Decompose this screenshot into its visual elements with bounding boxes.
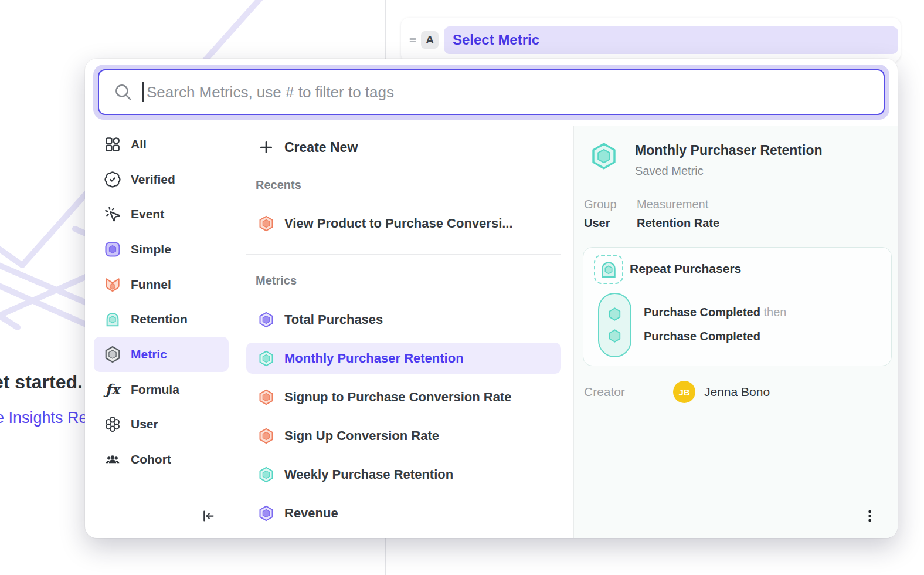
create-new-button[interactable]: Create New xyxy=(246,133,561,161)
group-value: User xyxy=(584,216,637,230)
search-ring xyxy=(93,65,889,120)
retention-steps-capsule xyxy=(598,293,631,357)
metrics-heading: Metrics xyxy=(246,273,561,288)
step-hexagon-icon xyxy=(607,328,623,344)
search-input[interactable] xyxy=(147,83,873,102)
metric-row-label: Total Purchases xyxy=(284,312,383,327)
definition-card: Repeat Purchasers Purchase Completed the… xyxy=(583,247,892,366)
grid-all-icon xyxy=(104,136,121,153)
collapse-sidebar-button[interactable] xyxy=(198,506,218,526)
measurement-label: Measurement xyxy=(637,197,719,211)
background-heading-fragment: et started. xyxy=(0,371,83,393)
metric-hexagon-icon xyxy=(258,428,274,444)
sidebar-item-label: Simple xyxy=(131,242,171,256)
sidebar-item-metric[interactable]: Metric xyxy=(94,337,229,372)
recent-item[interactable]: View Product to Purchase Conversi... xyxy=(246,209,561,238)
text-caret xyxy=(142,82,144,102)
metric-picker-modal: All Verified Event xyxy=(85,59,898,538)
retention-definition-icon xyxy=(594,255,623,284)
metric-row-monthly-purchaser-retention[interactable]: Monthly Purchaser Retention xyxy=(246,343,561,374)
recents-heading: Recents xyxy=(246,178,561,192)
step-hexagon-icon xyxy=(607,306,623,322)
sidebar-item-label: Event xyxy=(131,207,164,221)
sidebar-item-funnel[interactable]: Funnel xyxy=(94,267,229,302)
sidebar-item-label: All xyxy=(131,137,147,151)
recent-item-label: View Product to Purchase Conversi... xyxy=(284,216,513,231)
creator-row: Creator JB Jenna Bono xyxy=(584,381,898,403)
detail-header: Monthly Purchaser Retention Saved Metric xyxy=(574,126,898,178)
sidebar-item-event[interactable]: Event xyxy=(94,197,229,232)
metric-row-label: Signup to Purchase Conversion Rate xyxy=(284,390,512,405)
sidebar-item-label: Verified xyxy=(131,172,175,187)
type-filter-list: All Verified Event xyxy=(85,126,235,493)
metric-row-signup-to-purchase-conversion-rate[interactable]: Signup to Purchase Conversion Rate xyxy=(246,381,561,412)
step-2-event: Purchase Completed xyxy=(644,330,760,343)
definition-name: Repeat Purchasers xyxy=(630,262,741,276)
verified-badge-icon xyxy=(104,171,121,188)
retention-metric-icon xyxy=(104,310,121,328)
metric-hexagon-icon xyxy=(258,389,274,405)
sidebar-item-label: Funnel xyxy=(131,278,171,292)
formula-fx-icon: ƒx xyxy=(104,381,121,398)
event-cursor-icon xyxy=(104,205,121,223)
step-1-event: Purchase Completed xyxy=(644,306,760,319)
metric-row-sign-up-conversion-rate[interactable]: Sign Up Conversion Rate xyxy=(246,420,561,451)
sidebar-item-label: Metric xyxy=(131,347,167,361)
metric-hexagon-icon xyxy=(258,350,274,367)
detail-type-label: Saved Metric xyxy=(635,164,822,178)
create-new-label: Create New xyxy=(284,140,358,155)
sidebar-item-all[interactable]: All xyxy=(94,127,229,162)
metric-hexagon-icon xyxy=(258,505,274,522)
plus-icon xyxy=(258,139,274,155)
select-metric-button[interactable]: Select Metric xyxy=(444,26,898,54)
creator-label: Creator xyxy=(584,385,673,399)
sidebar-item-user[interactable]: User xyxy=(94,407,229,442)
metric-detail-panel: Monthly Purchaser Retention Saved Metric… xyxy=(573,126,898,538)
saved-metric-icon xyxy=(104,346,121,363)
search-field[interactable] xyxy=(98,69,885,115)
metric-row-revenue[interactable]: Revenue xyxy=(246,498,561,529)
sidebar-item-simple[interactable]: Simple xyxy=(94,232,229,267)
funnel-hexagon-icon xyxy=(258,215,274,232)
collapse-left-icon xyxy=(200,508,216,524)
sidebar-item-formula[interactable]: ƒx Formula xyxy=(94,372,229,407)
background-link-fragment[interactable]: e Insights Re xyxy=(0,409,88,427)
metric-row-total-purchases[interactable]: Total Purchases xyxy=(246,304,561,335)
metric-row-label: Monthly Purchaser Retention xyxy=(284,351,464,366)
creator-avatar: JB xyxy=(673,381,695,403)
sidebar-item-cohort[interactable]: Cohort xyxy=(94,442,229,477)
sidebar-item-label: Formula xyxy=(131,383,179,397)
sidebar-item-label: Cohort xyxy=(131,452,171,466)
sidebar-item-retention[interactable]: Retention xyxy=(94,302,229,337)
metric-hexagon-icon xyxy=(258,312,274,328)
group-label: Group xyxy=(584,197,637,211)
metric-row-weekly-purchase-retention[interactable]: Weekly Purchase Retention xyxy=(246,459,561,490)
creator-name: Jenna Bono xyxy=(704,385,770,399)
measurement-value: Retention Rate xyxy=(637,216,719,230)
picker-content: All Verified Event xyxy=(85,126,898,538)
metric-selector-screen: et started. e Insights Re A Select Metri… xyxy=(0,0,924,575)
simple-metric-icon xyxy=(104,241,121,258)
metric-row-label: Sign Up Conversion Rate xyxy=(284,428,439,444)
cohort-people-icon xyxy=(104,451,121,468)
sidebar-item-verified[interactable]: Verified xyxy=(94,162,229,197)
metric-hexagon-icon xyxy=(590,142,618,170)
more-options-button[interactable] xyxy=(860,506,880,526)
sidebar-item-label: User xyxy=(131,417,158,431)
metric-list-panel: Create New Recents View Product to Purch… xyxy=(235,126,573,538)
kebab-menu-icon xyxy=(862,508,878,524)
query-block-badge[interactable]: A xyxy=(421,31,439,49)
metric-row-label: Weekly Purchase Retention xyxy=(284,467,453,482)
step-connector: then xyxy=(764,306,787,319)
sidebar-footer xyxy=(85,493,235,538)
metric-row-label: Revenue xyxy=(284,506,338,521)
drag-handle-icon[interactable] xyxy=(406,33,420,46)
detail-meta: Group User Measurement Retention Rate xyxy=(584,197,898,230)
user-cluster-icon xyxy=(104,415,121,433)
list-divider xyxy=(246,254,561,255)
detail-footer xyxy=(574,493,898,538)
detail-title: Monthly Purchaser Retention xyxy=(635,142,822,158)
type-filter-sidebar: All Verified Event xyxy=(85,126,235,538)
metric-query-bar: A Select Metric xyxy=(401,18,901,62)
funnel-metric-icon xyxy=(104,276,121,293)
